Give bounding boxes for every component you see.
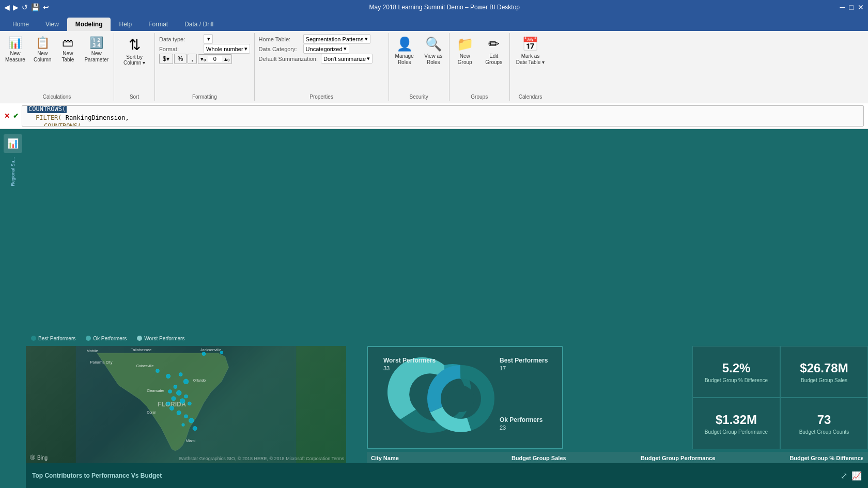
- formula-filter1-arg: RankingDimension,: [66, 114, 129, 121]
- home-table-dropdown[interactable]: Segmentation Patterns ▾: [303, 34, 370, 44]
- decimal-decrease[interactable]: ▾₀: [198, 55, 208, 64]
- refresh-icon[interactable]: ↺: [22, 3, 28, 11]
- sidebar-calc-icon[interactable]: 📊: [4, 134, 22, 153]
- svg-text:Tallahassee: Tallahassee: [131, 348, 151, 352]
- calculations-label: Calculations: [2, 93, 112, 100]
- undo-icon[interactable]: ↩: [43, 3, 49, 11]
- svg-point-18: [168, 390, 172, 393]
- data-type-chevron: ▾: [207, 36, 210, 42]
- data-table: City Name Budget Group Sales Budget Grou…: [367, 452, 868, 463]
- minimize-btn[interactable]: ─: [840, 3, 845, 11]
- data-category-row: Data Category: Uncategorized ▾: [259, 44, 384, 54]
- back-icon[interactable]: ◀: [4, 3, 10, 11]
- new-measure-label: NewMeasure: [5, 51, 25, 63]
- donut-hole: [447, 385, 474, 412]
- kpi-performance: $1.32M Budget Group Performance: [692, 398, 780, 449]
- formula-controls: ✕ ✔: [4, 105, 19, 127]
- main-area: 📊 Regional Sa... Best Performers Ok Perf…: [0, 129, 868, 488]
- svg-point-24: [166, 402, 170, 405]
- kpi-sales-label: Budget Group Sales: [801, 377, 847, 383]
- close-btn[interactable]: ✕: [858, 3, 864, 11]
- donut-svg: Worst Performers 33 Best Performers 17 O…: [368, 347, 564, 450]
- forward-icon[interactable]: ▶: [13, 3, 19, 11]
- data-category-chevron: ▾: [344, 45, 347, 52]
- format-value: Whole number: [206, 46, 243, 52]
- format-row: Format: Whole number ▾: [159, 44, 250, 54]
- formatting-label: Formatting: [159, 93, 250, 100]
- chart-icon[interactable]: 📈: [851, 471, 862, 481]
- currency-buttons: $▾ % , ▾₀ ▴₀: [159, 54, 232, 64]
- save-icon[interactable]: 💾: [31, 3, 40, 11]
- ok-value: 23: [500, 424, 506, 431]
- svg-point-19: [176, 390, 181, 396]
- col-budget-perf[interactable]: Budget Group Performance: [570, 452, 720, 463]
- map-area[interactable]: Mobile Tallahassee Jacksonville Panama C…: [26, 346, 346, 463]
- new-parameter-icon: 🔢: [89, 36, 103, 50]
- data-table-area: City Name Budget Group Sales Budget Grou…: [367, 452, 868, 463]
- bottom-icons: ⤢ 📈: [841, 471, 862, 481]
- new-parameter-btn[interactable]: 🔢 NewParameter: [81, 34, 112, 65]
- new-column-btn[interactable]: 📋 NewColumn: [30, 34, 54, 65]
- formula-editor[interactable]: Budget Group Counts = VAR RankingDimensi…: [22, 105, 864, 127]
- tab-view[interactable]: View: [37, 18, 67, 31]
- best-value: 17: [500, 365, 506, 371]
- formula-countrows2: COUNTROWS(: [44, 122, 81, 127]
- manage-roles-btn[interactable]: 👤 ManageRoles: [391, 34, 418, 68]
- data-type-dropdown[interactable]: ▾: [204, 34, 213, 44]
- calculations-group: 📊 NewMeasure 📋 NewColumn 🗃 NewTable 🔢 Ne…: [2, 34, 112, 93]
- formula-filter1: FILTER(: [36, 114, 62, 121]
- expand-icon[interactable]: ⤢: [841, 471, 847, 481]
- legend-best: Best Performers: [31, 336, 75, 341]
- new-table-btn[interactable]: 🗃 NewTable: [56, 34, 79, 65]
- decimal-input[interactable]: [208, 56, 222, 62]
- report-canvas: Best Performers Ok Performers Worst Perf…: [26, 129, 868, 488]
- col-budget-sales[interactable]: Budget Group Sales: [457, 452, 570, 463]
- legend-ok-label: Ok Performers: [93, 336, 127, 341]
- edit-groups-btn[interactable]: ✏ EditGroups: [481, 34, 507, 68]
- kpi-pct-diff-label: Budget Group % Difference: [705, 377, 768, 383]
- table-scrollbar[interactable]: [863, 452, 868, 463]
- formula-confirm-btn[interactable]: ✔: [13, 112, 19, 120]
- tab-home[interactable]: Home: [4, 18, 37, 31]
- worst-value: 33: [383, 365, 390, 371]
- view-as-roles-btn[interactable]: 🔍 View asRoles: [420, 34, 447, 68]
- svg-point-22: [180, 399, 185, 404]
- kpi-pct-diff-value: 5.2%: [722, 361, 751, 375]
- col-budget-pct[interactable]: Budget Group % Difference: [719, 452, 868, 463]
- format-label: Format:: [159, 46, 200, 52]
- default-sum-label: Default Summarization:: [259, 56, 318, 62]
- tab-modeling[interactable]: Modeling: [67, 18, 111, 31]
- col-city-name[interactable]: City Name: [367, 452, 457, 463]
- security-label: Security: [391, 93, 447, 100]
- edit-groups-icon: ✏: [488, 36, 500, 52]
- calendars-group: 📅 Mark asDate Table ▾: [512, 34, 549, 93]
- formula-cancel-btn[interactable]: ✕: [4, 112, 10, 120]
- svg-point-26: [177, 411, 181, 415]
- new-group-btn[interactable]: 📁 NewGroup: [452, 34, 478, 68]
- kpi-performance-value: $1.32M: [716, 413, 757, 427]
- mark-date-table-btn[interactable]: 📅 Mark asDate Table ▾: [512, 34, 549, 68]
- default-sum-dropdown[interactable]: Don't summarize ▾: [321, 54, 373, 64]
- window-title: May 2018 Learning Summit Demo – Power BI…: [49, 4, 840, 11]
- comma-btn[interactable]: ,: [188, 54, 196, 64]
- legend-best-label: Best Performers: [38, 336, 75, 341]
- new-measure-btn[interactable]: 📊 NewMeasure: [2, 34, 28, 65]
- tab-format[interactable]: Format: [140, 18, 176, 31]
- bottom-bar-label: Top Contributors to Performance Vs Budge…: [32, 472, 162, 479]
- tab-help[interactable]: Help: [111, 18, 140, 31]
- kpi-counts: 73 Budget Group Counts: [780, 398, 868, 449]
- new-measure-icon: 📊: [8, 36, 22, 50]
- format-dropdown[interactable]: Whole number ▾: [204, 44, 250, 54]
- data-category-dropdown[interactable]: Uncategorized ▾: [303, 44, 349, 54]
- dollar-btn[interactable]: $▾: [159, 54, 173, 64]
- svg-text:Orlando: Orlando: [193, 379, 206, 382]
- sidebar-label: Regional Sa...: [10, 157, 16, 186]
- decimal-increase[interactable]: ▴₀: [222, 55, 231, 64]
- home-table-value: Segmentation Patterns: [306, 36, 364, 42]
- maximize-btn[interactable]: □: [849, 3, 854, 11]
- sort-label: Sort byColumn ▾: [123, 54, 145, 66]
- percent-btn[interactable]: %: [174, 54, 187, 64]
- sort-by-column-btn[interactable]: ⇅ Sort byColumn ▾: [116, 34, 152, 68]
- title-bar: ◀ ▶ ↺ 💾 ↩ May 2018 Learning Summit Demo …: [0, 0, 868, 14]
- tab-data-drill[interactable]: Data / Drill: [176, 18, 222, 31]
